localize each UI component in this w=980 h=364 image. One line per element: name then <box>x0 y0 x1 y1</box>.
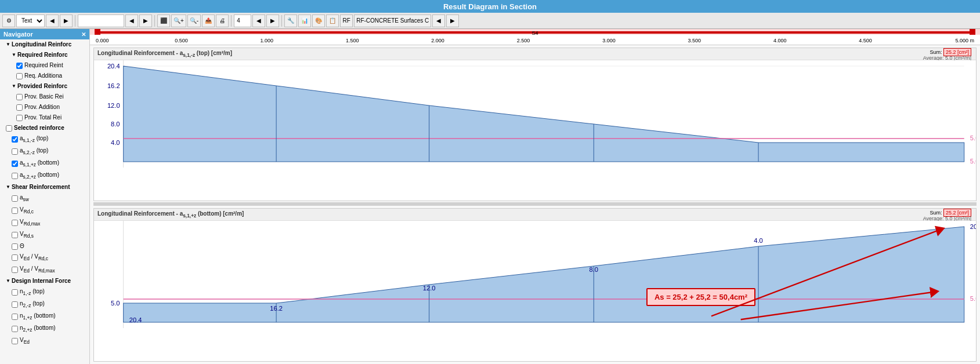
play-next-btn[interactable]: ▶ <box>139 14 152 27</box>
navigator-close-btn[interactable]: ✕ <box>81 31 86 38</box>
nav-n2-bottom-item[interactable]: n2,+z (bottom) <box>0 323 89 335</box>
anim-prev-btn[interactable]: ◀ <box>252 14 265 27</box>
nav-vrds-item[interactable]: VRd,s <box>0 229 89 241</box>
nav-required-label: Required Reinforc <box>17 50 68 60</box>
nav-vrdmax-label: VRd,max <box>20 217 40 228</box>
nav-n2-top-label: n2,-z (top) <box>20 299 45 310</box>
nav-req-additional-item[interactable]: Req. Additiona <box>0 71 89 81</box>
module-label-btn[interactable]: RF-CONCRETE Surfaces C <box>354 14 431 27</box>
nav-n2-top-item[interactable]: n2,-z (top) <box>0 299 89 311</box>
nav-prov-addition-item[interactable]: Prov. Addition <box>0 102 89 112</box>
nav-required-group[interactable]: ▼ Required Reinforc <box>0 50 89 60</box>
nav-as2z-bottom-label: as,2,+z (bottom) <box>20 170 59 181</box>
n1-top-checkbox[interactable] <box>12 289 18 296</box>
vrdmax-checkbox[interactable] <box>12 220 18 226</box>
req-reinf-checkbox[interactable] <box>16 63 23 69</box>
nav-as1z-top-item[interactable]: as,1,-z (top) <box>0 133 89 145</box>
play-prev-btn[interactable]: ◀ <box>125 14 138 27</box>
zoom-fit-btn[interactable]: 🔍+ <box>171 14 186 27</box>
theta-checkbox[interactable] <box>12 243 18 250</box>
icon-btn4[interactable]: 📋 <box>326 14 339 27</box>
icon-btn1[interactable]: 🔧 <box>284 14 297 27</box>
nav-n1-bottom-item[interactable]: n1,+z (bottom) <box>0 311 89 323</box>
chart2-panel: Longitudinal Reinforcement - as,1,+z (bo… <box>93 208 977 362</box>
nav-as2z-top-item[interactable]: as,2,-z (top) <box>0 145 89 158</box>
as1z-top-checkbox[interactable] <box>12 136 18 143</box>
svg-text:20.4: 20.4 <box>129 316 142 323</box>
nav-n1-top-item[interactable]: n1,-z (top) <box>0 286 89 299</box>
anim-next-btn[interactable]: ▶ <box>266 14 279 27</box>
n2-bottom-checkbox[interactable] <box>12 326 18 332</box>
chart1-svg: 20.4 16.2 12.0 8.0 4.0 5.0 5.0 <box>94 60 976 168</box>
nav-req-reinf-label: Required Reint <box>24 61 63 70</box>
nav-selected-item[interactable]: Selected reinforce <box>0 123 89 133</box>
icon-btn5[interactable]: RF <box>340 14 353 27</box>
section-input[interactable] <box>78 14 124 27</box>
vrdc-checkbox[interactable] <box>12 208 18 214</box>
ved-vrdmax-checkbox[interactable] <box>12 267 18 273</box>
nav-design-forces-group[interactable]: ▼ Design Internal Force <box>0 276 89 286</box>
icon-btn2[interactable]: 📊 <box>298 14 311 27</box>
ved-vrdc-checkbox[interactable] <box>12 254 18 261</box>
nav-vrdc-item[interactable]: VRd,c <box>0 205 89 217</box>
navigator-title: Navigator <box>3 31 33 38</box>
nav-as2z-bottom-item[interactable]: as,2,+z (bottom) <box>0 170 89 182</box>
prov-total-checkbox[interactable] <box>16 115 23 121</box>
nav-req-additional-label: Req. Additiona <box>24 71 62 81</box>
nav-ved-vrdmax-item[interactable]: VEd / VRd,max <box>0 264 89 276</box>
ved-checkbox[interactable] <box>12 338 18 344</box>
text-dropdown[interactable]: Text <box>16 14 45 27</box>
nav-provided-label: Provided Reinforc <box>17 82 67 91</box>
ruler-tick-0: 0.000 <box>96 38 109 43</box>
icon-btn3[interactable]: 🎨 <box>312 14 325 27</box>
export-btn[interactable]: 📤 <box>202 14 215 27</box>
nav-n1-top-label: n1,-z (top) <box>20 287 45 298</box>
nav-longitudinal-group[interactable]: ▼ Longitudinal Reinforc <box>0 39 89 50</box>
vrds-checkbox[interactable] <box>12 232 18 238</box>
nav-next-btn[interactable]: ▶ <box>60 14 73 27</box>
chart-divider <box>93 202 977 206</box>
view-btn1[interactable]: ⬛ <box>157 14 170 27</box>
nav-shear-label: Shear Reinforcement <box>12 183 70 192</box>
nav-vrdc-label: VRd,c <box>20 205 34 216</box>
zoom-out-btn[interactable]: 🔍- <box>187 14 201 27</box>
svg-text:5.0: 5.0 <box>111 300 120 307</box>
nav-prev-btn[interactable]: ◀ <box>46 14 59 27</box>
nav-ved-item[interactable]: VEd <box>0 335 89 347</box>
module-prev-btn[interactable]: ◀ <box>432 14 445 27</box>
chart2-svg: 5.0 16.2 12.0 8.0 4.0 20.4 5.0 20.4 <box>94 221 976 328</box>
nav-req-reinf-item[interactable]: Required Reint <box>0 60 89 71</box>
expand-icon: ▼ <box>6 183 10 192</box>
nav-as1z-bottom-item[interactable]: as,1,+z (bottom) <box>0 158 89 170</box>
nav-shear-group[interactable]: ▼ Shear Reinforcement <box>0 182 89 192</box>
as2z-bottom-checkbox[interactable] <box>12 173 18 179</box>
selected-checkbox[interactable] <box>6 125 12 132</box>
print-btn[interactable]: 🖨 <box>216 14 229 27</box>
ruler-tick-2: 2.000 <box>431 38 444 43</box>
nav-n2-bottom-label: n2,+z (bottom) <box>20 323 56 334</box>
module-next-btn[interactable]: ▶ <box>446 14 459 27</box>
nav-ved-vrdc-item[interactable]: VEd / VRd,c <box>0 252 89 264</box>
nav-prov-basic-item[interactable]: Prov. Basic Rei <box>0 92 89 102</box>
as1z-bottom-checkbox[interactable] <box>12 161 18 167</box>
nav-as1z-top-label: as,1,-z (top) <box>20 134 48 145</box>
nav-provided-group[interactable]: ▼ Provided Reinforc <box>0 81 89 92</box>
nav-asw-item[interactable]: asw <box>0 192 89 205</box>
req-additional-checkbox[interactable] <box>16 73 23 79</box>
nav-theta-item[interactable]: Θ <box>0 241 89 252</box>
nav-prov-total-item[interactable]: Prov. Total Rei <box>0 112 89 123</box>
ruler-left-marker <box>95 29 100 35</box>
main-layout: Navigator ✕ ▼ Longitudinal Reinforc ▼ Re… <box>0 29 980 364</box>
nav-longitudinal-label: Longitudinal Reinforc <box>12 40 71 49</box>
nav-vrds-label: VRd,s <box>20 230 34 241</box>
n1-bottom-checkbox[interactable] <box>12 314 18 320</box>
as2z-top-checkbox[interactable] <box>12 148 18 155</box>
nav-vrdmax-item[interactable]: VRd,max <box>0 217 89 229</box>
number-input[interactable] <box>234 14 251 27</box>
asw-checkbox[interactable] <box>12 195 18 202</box>
nav-ved-label: VEd <box>20 336 30 347</box>
app-icon-btn[interactable]: ⚙ <box>2 14 15 27</box>
prov-basic-checkbox[interactable] <box>16 94 23 100</box>
n2-top-checkbox[interactable] <box>12 301 18 308</box>
prov-addition-checkbox[interactable] <box>16 104 23 111</box>
